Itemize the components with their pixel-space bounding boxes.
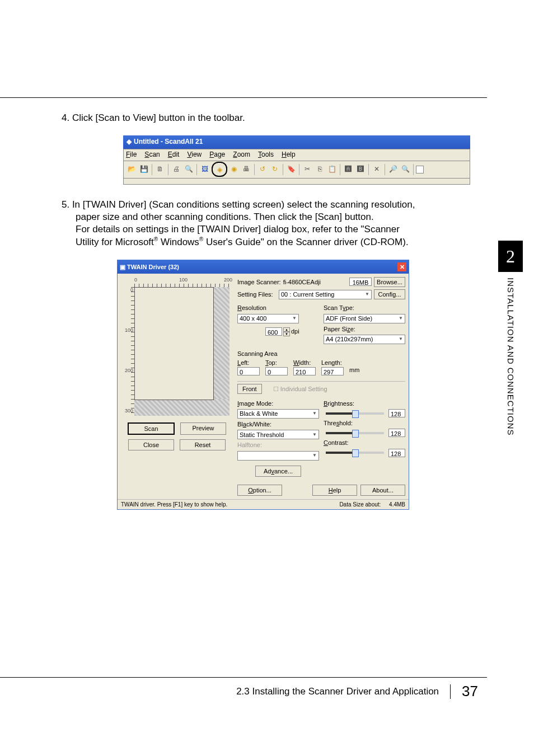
ocr1-icon[interactable]: 🅰: [343, 164, 354, 175]
rotate-l-icon[interactable]: ↺: [257, 164, 268, 175]
save-icon[interactable]: 💾: [138, 164, 149, 175]
chapter-side-tab: 2 INSTALLATION AND CONNECTIONS: [498, 241, 523, 435]
stamp-icon[interactable]: 🔖: [285, 164, 297, 175]
twain-title-icon: ▣: [120, 264, 125, 270]
top-input[interactable]: 0: [265, 367, 288, 375]
chapter-title: INSTALLATION AND CONNECTIONS: [506, 278, 516, 435]
menu-help[interactable]: Help: [282, 151, 296, 159]
zoom-out-icon[interactable]: 🔍: [400, 164, 411, 175]
option-button[interactable]: Option...: [237, 485, 282, 496]
toolbar-separator: [340, 164, 340, 175]
cut-icon[interactable]: ✂: [302, 164, 313, 175]
step-4-text: 4. Click [Scan to View] button in the to…: [62, 112, 465, 124]
scan3-icon[interactable]: 🖶: [241, 164, 252, 175]
menu-tools[interactable]: Tools: [258, 151, 274, 159]
threshold-value[interactable]: 128: [388, 429, 405, 437]
image-mode-select[interactable]: Black & White▼: [237, 409, 319, 419]
brightness-value[interactable]: 128: [388, 409, 405, 417]
resolution-select[interactable]: 400 x 400▼: [237, 314, 299, 323]
toolbar-separator: [283, 164, 283, 175]
preview-icon[interactable]: 🔍: [183, 164, 194, 175]
new-icon[interactable]: 🗎: [154, 164, 166, 175]
contrast-slider[interactable]: [326, 452, 384, 454]
menu-view[interactable]: View: [187, 151, 202, 159]
twain-title: TWAIN Driver (32): [127, 264, 179, 270]
rotate-r-icon[interactable]: ↻: [269, 164, 280, 175]
length-label: Length:: [321, 359, 344, 367]
ocr2-icon[interactable]: 🅱: [355, 164, 366, 175]
image-mode-label: Image Mode:: [237, 400, 319, 407]
contrast-label: Contrast:: [324, 439, 405, 447]
res-spinner[interactable]: ▲▼: [283, 327, 290, 336]
scan-button[interactable]: Scan: [128, 422, 175, 435]
scanner-icon[interactable]: 🖼: [199, 164, 210, 175]
copy-icon[interactable]: ⎘: [314, 164, 325, 175]
titlebar-icon: ◆: [127, 138, 132, 147]
menu-page[interactable]: Page: [209, 151, 225, 159]
menu-edit[interactable]: Edit: [168, 151, 180, 159]
custom-res-input[interactable]: 600: [265, 327, 282, 336]
top-label: Top:: [265, 359, 288, 367]
image-scanner-label: Image Scanner:: [237, 278, 281, 286]
scandall-title: Untitled - ScandAll 21: [134, 138, 203, 147]
toolbar-separator: [413, 164, 414, 175]
zoom-in-icon[interactable]: 🔎: [387, 164, 399, 175]
scan-to-view-icon[interactable]: ◈: [214, 165, 225, 176]
setting-files-select[interactable]: 00 : Current Setting▼: [279, 290, 372, 299]
ruler-horizontal: 0 100 200: [134, 277, 233, 287]
print-icon[interactable]: 🖨: [171, 164, 182, 175]
preview-selection[interactable]: [134, 287, 214, 400]
width-input[interactable]: 210: [293, 367, 316, 375]
footer-section: 2.3 Installing the Scanner Driver and Ap…: [236, 686, 439, 697]
toolbar-extra-row: [123, 179, 470, 185]
paper-size-label: Paper Size:: [324, 325, 405, 333]
paper-size-select[interactable]: A4 (210x297mm)▼: [324, 335, 405, 344]
toolbar-separator: [254, 164, 255, 175]
datasize-value: 4.4MB: [389, 501, 405, 508]
menu-zoom[interactable]: Zoom: [233, 151, 250, 159]
close-button[interactable]: Close: [128, 439, 174, 450]
halftone-select: ▼: [237, 451, 319, 461]
toolbar-separator: [152, 164, 152, 175]
reset-button[interactable]: Reset: [180, 439, 226, 450]
length-input[interactable]: 297: [321, 367, 344, 375]
front-tab[interactable]: Front: [237, 384, 262, 394]
toolbar-separator: [385, 164, 385, 175]
left-input[interactable]: 0: [237, 367, 260, 375]
help-button[interactable]: Help: [312, 485, 357, 496]
browse-button[interactable]: Browse...: [374, 277, 405, 287]
resolution-label: Resolution: [237, 304, 319, 312]
scan-type-select[interactable]: ADF (Front Side)▼: [324, 314, 405, 323]
open-icon[interactable]: 📂: [126, 164, 137, 175]
footer-separator: [450, 684, 451, 699]
memory-value: 16MB: [349, 278, 372, 286]
about-button[interactable]: About...: [360, 485, 405, 496]
scan-icon[interactable]: ◉: [228, 164, 240, 175]
setting-files-label: Setting Files:: [237, 290, 277, 298]
scan-to-view-highlight: ◈: [212, 162, 227, 177]
config-button[interactable]: Config...: [374, 289, 405, 299]
menu-file[interactable]: File: [126, 151, 137, 159]
brightness-slider[interactable]: [326, 412, 384, 415]
scandall-titlebar: ◆ Untitled - ScandAll 21: [123, 135, 470, 149]
mm-label: mm: [349, 366, 359, 374]
delete-icon[interactable]: ✕: [371, 164, 382, 175]
scandall-screenshot: ◆ Untitled - ScandAll 21 File Scan Edit …: [123, 135, 470, 185]
step-5-line3: For details on settings in the [TWAIN Dr…: [76, 223, 465, 248]
bw-select[interactable]: Static Threshold▼: [237, 430, 319, 439]
menu-scan[interactable]: Scan: [144, 151, 160, 159]
width-label: Width:: [293, 359, 316, 367]
scandall-menubar: File Scan Edit View Page Zoom Tools Help: [123, 149, 470, 161]
paste-icon[interactable]: 📋: [326, 164, 338, 175]
twain-titlebar: ▣ TWAIN Driver (32) ✕: [118, 260, 409, 274]
toolbar-separator: [299, 164, 299, 175]
contrast-value[interactable]: 128: [388, 449, 405, 457]
toolbar-separator: [368, 164, 369, 175]
toolbar-checkbox[interactable]: [416, 166, 424, 173]
preview-pane: 0 100 200 0 100 200 300: [121, 277, 233, 496]
preview-button[interactable]: Preview: [180, 422, 226, 435]
scandall-toolbar: 📂 💾 🗎 🖨 🔍 🖼 ◈ ◉ 🖶 ↺ ↻ 🔖: [123, 161, 470, 179]
threshold-slider[interactable]: [326, 432, 384, 434]
close-icon[interactable]: ✕: [397, 262, 406, 271]
advance-button[interactable]: Advance...: [255, 466, 301, 477]
